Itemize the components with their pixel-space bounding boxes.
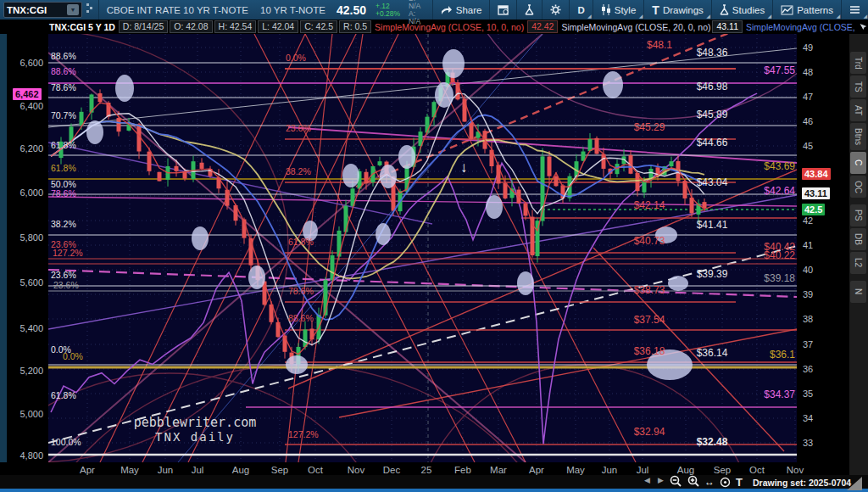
patterns-icon [781,5,793,15]
price-label: $46.98 [697,81,728,92]
month-label: Oct [308,465,323,475]
sidebar-tab-oc[interactable]: OC [850,176,866,198]
timeframe-button[interactable]: D◢ [569,0,592,20]
month-label: Jul [637,465,649,475]
chevron-down-icon[interactable]: ▼ [67,4,79,15]
fib-label: 61.8% [51,163,76,173]
beaker-icon [525,4,534,15]
right-axis-tick: 33 [803,438,813,448]
month-label: Sep [714,465,731,475]
fib-label: 78.6% [288,286,314,296]
right-axis-tick: 48 [803,67,813,77]
month-label: Sep [271,465,288,475]
zoom-in-icon[interactable] [687,475,700,491]
month-label: Nov [348,465,364,475]
share-icon [441,5,453,15]
tos-chart-window: TNX:CGI ▼ CBOE INT RATE 10 YR T-NOTE 10 … [0,0,868,492]
list-icon [849,5,860,14]
price-label: $36.1 [770,349,795,361]
fib-label: 127.2% [288,429,319,439]
month-label: May [566,465,585,475]
month-label: Jul [192,465,204,475]
left-axis-tick: 5,400 [4,323,43,333]
calendar-icon [498,4,509,15]
left-axis-tick: 5,200 [4,366,43,376]
share-button[interactable]: Share [432,0,490,20]
month-label: Aug [677,465,694,475]
chart-symbol-timeframe: TNX:CGI 5 Y 1D [49,22,115,32]
right-axis-tick: 41 [803,240,813,250]
expand-horizontal-icon[interactable]: ↔ [704,476,715,488]
sidebar-tab-db[interactable]: DB [850,228,866,250]
month-label: Nov [787,465,804,475]
left-axis-tick: 6,000 [4,187,43,198]
month-label: May [120,465,139,475]
patterns-button[interactable]: Patterns◢ [772,0,841,20]
ohlc-close: C: 42.5 [300,20,337,33]
right-axis-tick: 37 [803,339,813,349]
right-axis-tick: 40 [803,265,813,275]
drawing-set-label: Drawing set: 2025-0704 [753,478,851,488]
fib-label: 61.8% [288,237,314,247]
price-label: $32.48 [697,436,728,448]
sma10-label: SimpleMovingAvg (CLOSE, 10, 0, no) [375,22,524,32]
instrument-description: CBOE INT RATE 10 YR T-NOTE [107,5,248,15]
right-axis-tick: 34 [803,413,813,423]
price-label: $45.29 [634,121,665,133]
right-axis-tick: 47 [803,92,813,102]
drawings-button[interactable]: T Drawings◢ [643,0,711,20]
price-label: $39.18 [764,272,795,284]
fib-label: 88.6% [51,51,76,61]
month-label: Feb [454,465,471,475]
price-label: $48.36 [697,47,728,59]
sidebar-tab-ts[interactable]: TS [850,75,866,98]
zoom-out-icon[interactable] [670,475,682,491]
fib-label: 23.6% [51,270,76,280]
left-axis-tick: 5,600 [4,277,43,288]
resize-corner[interactable] [847,477,862,490]
fib-label: 38.2% [286,166,311,176]
month-label: 25 [421,465,432,475]
target-icon[interactable] [720,476,731,491]
left-axis-tick: 6,200 [4,143,43,154]
price-label: $45.89 [697,109,728,120]
style-button[interactable]: Style◢ [593,0,644,20]
sidebar-tab-n[interactable]: N [850,281,866,303]
symbol-input[interactable]: TNX:CGI ▼ [3,2,82,18]
menu-button[interactable]: ◢ [841,0,868,20]
pan-right-icon[interactable]: ▶ [658,476,664,484]
calendar-button[interactable] [489,0,516,20]
sidebar-tab-ps[interactable]: PS [850,204,866,226]
ohlc-open: O: 42.08 [170,20,212,33]
sidebar-tab-l2[interactable]: L2 [850,252,866,274]
sidebar-tab-btns[interactable]: Btns [850,123,866,150]
fib-label: 70.7% [51,110,76,120]
right-axis-tick: 42 [803,215,813,226]
right-axis-price-badge: 43.84 [802,168,831,180]
price-label: $36.18 [634,345,665,357]
link-icon[interactable] [86,3,93,17]
pan-left-icon[interactable]: ◀ [644,476,650,484]
left-axis-badge: 6,462 [13,88,42,100]
bid-ask: B: N/AA: N/A [409,0,428,25]
fib-label: 61.8% [51,140,76,150]
text-tool-icon[interactable]: T [736,476,743,489]
price-label: $37.54 [634,314,665,326]
fib-label: 61.8% [51,390,76,400]
month-label: Aug [232,465,249,475]
right-axis-price-badge: 42.5 [802,204,825,215]
studies-button[interactable]: Studies◢ [711,0,772,20]
fib-label: 38.2% [51,219,76,229]
top-toolbar: TNX:CGI ▼ CBOE INT RATE 10 YR T-NOTE 10 … [0,0,868,20]
fib-label: 100.0% [51,437,81,447]
settings-button[interactable] [542,0,569,20]
chart-header: TNX:CGI 5 Y 1D D: 8/14/25 O: 42.08 H: 42… [0,20,868,34]
price-label: $36.14 [697,347,728,359]
sidebar-tab-c[interactable]: C [850,152,866,174]
sidebar-tab-at[interactable]: AT [850,99,866,121]
analyze-button[interactable] [516,0,542,20]
gadget-sidebar: TrdTSATBtnsCOCPSDBL2N [849,20,868,492]
sidebar-tab-trd[interactable]: Trd [850,52,866,74]
price-label: $38.73 [634,284,665,296]
month-label: Apr [529,465,544,475]
